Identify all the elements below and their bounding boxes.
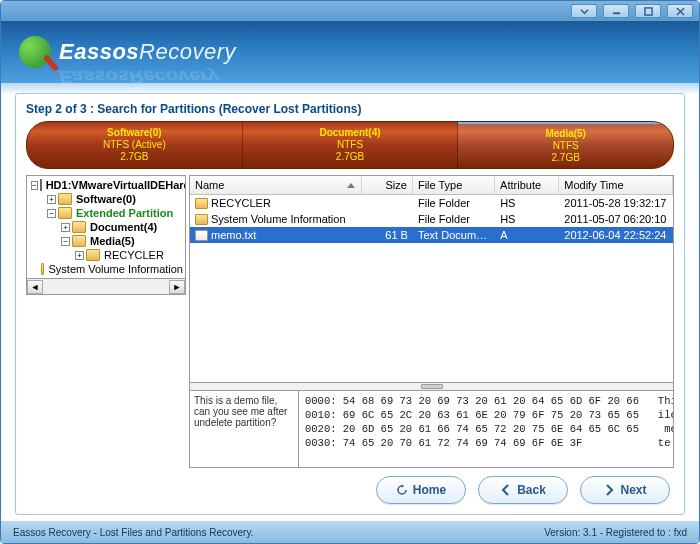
step-title: Step 2 of 3 : Search for Partitions (Rec…: [26, 102, 674, 116]
partition-media[interactable]: Media(5) NTFS 2.7GB: [458, 122, 673, 168]
brand-reflection: EassosRecovery: [59, 67, 219, 85]
file-name: RECYCLER: [211, 197, 271, 209]
tree-collapse-icon[interactable]: −: [47, 209, 56, 218]
back-icon: [500, 484, 512, 496]
scroll-right-button[interactable]: ►: [169, 280, 185, 294]
preview-hex: 0000: 54 68 69 73 20 69 73 20 61 20 64 6…: [299, 390, 674, 468]
file-time: 2012-06-04 22:52:24: [559, 228, 673, 242]
back-button[interactable]: Back: [478, 476, 568, 504]
column-type[interactable]: File Type: [413, 176, 495, 194]
file-type: File Folder: [413, 196, 495, 210]
tree-collapse-icon[interactable]: −: [61, 237, 70, 246]
tree-expand-icon[interactable]: +: [75, 251, 84, 260]
titlebar: [1, 1, 699, 21]
splitter-grip-icon: [421, 384, 443, 389]
home-button[interactable]: Home: [376, 476, 466, 504]
svg-rect-0: [612, 12, 619, 14]
partition-fs: NTFS: [337, 139, 363, 151]
next-icon: [603, 484, 615, 496]
file-size: 61 B: [362, 228, 413, 242]
folder-icon: [41, 263, 44, 275]
tree-pane[interactable]: − HD1:VMwareVirtualIDEHardDrive +Softwar…: [26, 175, 186, 279]
footer-right: Version: 3.1 - Registered to : fxd: [544, 527, 687, 538]
column-name[interactable]: Name: [190, 176, 362, 194]
file-list-body[interactable]: RECYCLERFile FolderHS2011-05-28 19:32:17…: [190, 195, 673, 382]
tree-item[interactable]: System Volume Information: [27, 262, 185, 276]
partition-document[interactable]: Document(4) NTFS 2.7GB: [243, 122, 459, 168]
file-type: Text Document: [413, 228, 495, 242]
next-label: Next: [620, 483, 646, 497]
tree-item[interactable]: +RECYCLER: [27, 248, 185, 262]
folder-icon: [86, 249, 100, 261]
tree-root[interactable]: − HD1:VMwareVirtualIDEHardDrive: [27, 178, 185, 192]
tree-root-label: HD1:VMwareVirtualIDEHardDrive: [44, 179, 186, 191]
file-row[interactable]: memo.txt61 BText DocumentA2012-06-04 22:…: [190, 227, 673, 243]
tree-expand-icon[interactable]: +: [61, 223, 70, 232]
partition-name: Media(5): [545, 128, 586, 140]
next-button[interactable]: Next: [580, 476, 670, 504]
dropdown-button[interactable]: [571, 4, 597, 18]
button-row: Home Back Next: [26, 468, 674, 504]
brand-title: EassosRecovery: [59, 39, 236, 65]
tree-item-label: Extended Partition: [74, 207, 175, 219]
file-attr: HS: [495, 196, 559, 210]
file-type: File Folder: [413, 212, 495, 226]
header: EassosRecovery EassosRecovery: [1, 21, 699, 83]
file-time: 2011-05-28 19:32:17: [559, 196, 673, 210]
tree-item[interactable]: +Document(4): [27, 220, 185, 234]
partition-fs: NTFS: [553, 140, 579, 152]
inner-panel: Step 2 of 3 : Search for Partitions (Rec…: [15, 93, 685, 515]
tree-expand-icon[interactable]: +: [47, 195, 56, 204]
folder-icon: [195, 214, 208, 225]
home-icon: [396, 484, 408, 496]
scroll-left-button[interactable]: ◄: [27, 280, 43, 294]
footer: Eassos Recovery - Lost Files and Partiti…: [1, 521, 699, 543]
partition-bar: Software(0) NTFS (Active) 2.7GB Document…: [26, 121, 674, 169]
file-icon: [195, 230, 208, 241]
brand-suffix: Recovery: [139, 39, 236, 64]
content-area: Step 2 of 3 : Search for Partitions (Rec…: [1, 83, 699, 521]
logo-icon: [19, 36, 51, 68]
footer-left: Eassos Recovery - Lost Files and Partiti…: [13, 527, 253, 538]
folder-icon: [58, 193, 72, 205]
partition-size: 2.7GB: [120, 151, 148, 163]
maximize-button[interactable]: [635, 4, 661, 18]
file-time: 2011-05-07 06:20:10: [559, 212, 673, 226]
column-size[interactable]: Size: [362, 176, 413, 194]
preview-description: This is a demo file, can you see me afte…: [189, 390, 299, 468]
partition-name: Software(0): [107, 127, 161, 139]
column-attribute[interactable]: Attribute: [495, 176, 559, 194]
close-button[interactable]: [667, 4, 693, 18]
tree-item[interactable]: +Software(0): [27, 192, 185, 206]
file-attr: A: [495, 228, 559, 242]
file-size: [362, 212, 413, 226]
minimize-button[interactable]: [603, 4, 629, 18]
tree-item[interactable]: −Extended Partition: [27, 206, 185, 220]
tree-item-label: System Volume Information: [46, 263, 185, 275]
partition-fs: NTFS (Active): [103, 139, 166, 151]
column-modify-time[interactable]: Modify Time: [559, 176, 673, 194]
file-attr: HS: [495, 212, 559, 226]
tree-collapse-icon[interactable]: −: [31, 181, 38, 190]
disk-icon: [40, 179, 42, 191]
file-name: System Volume Information: [211, 213, 346, 225]
file-row[interactable]: System Volume InformationFile FolderHS20…: [190, 211, 673, 227]
app-window: EassosRecovery EassosRecovery Step 2 of …: [0, 0, 700, 544]
file-list: Name Size File Type Attribute Modify Tim…: [189, 175, 674, 383]
horizontal-splitter[interactable]: [189, 383, 674, 390]
tree-item-label: Document(4): [88, 221, 159, 233]
folder-icon: [72, 221, 86, 233]
partition-software[interactable]: Software(0) NTFS (Active) 2.7GB: [27, 122, 243, 168]
tree-horizontal-scrollbar[interactable]: ◄ ►: [26, 279, 186, 295]
tree-item-label: RECYCLER: [102, 249, 166, 261]
right-pane: Name Size File Type Attribute Modify Tim…: [189, 175, 674, 468]
home-label: Home: [413, 483, 446, 497]
tree-item[interactable]: −Media(5): [27, 234, 185, 248]
tree-item-label: Media(5): [88, 235, 137, 247]
folder-icon: [72, 235, 86, 247]
file-size: [362, 196, 413, 210]
main-area: − HD1:VMwareVirtualIDEHardDrive +Softwar…: [26, 175, 674, 468]
file-row[interactable]: RECYCLERFile FolderHS2011-05-28 19:32:17: [190, 195, 673, 211]
file-list-header: Name Size File Type Attribute Modify Tim…: [190, 176, 673, 195]
folder-icon: [58, 207, 72, 219]
